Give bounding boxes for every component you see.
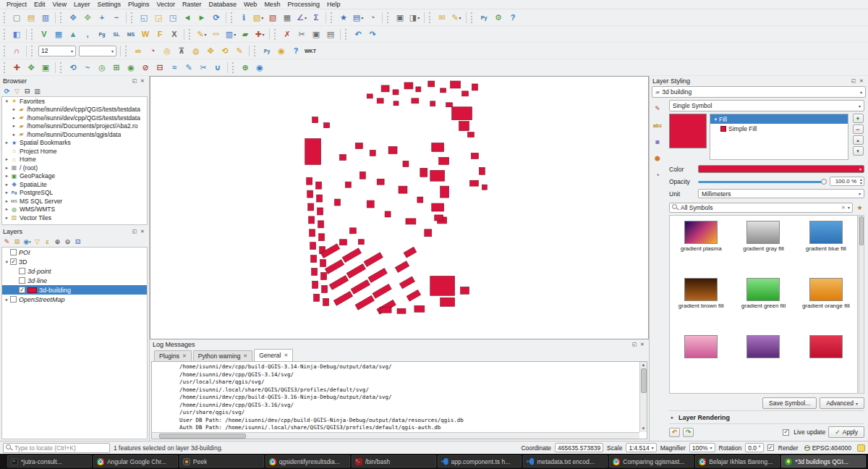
locate-input[interactable]: Type to locate (Ctrl+K) — [3, 443, 110, 453]
color-button[interactable]: ▾ — [698, 165, 864, 173]
expand-arrow-icon[interactable]: ▸ — [11, 123, 17, 129]
symbol-preset-gradient-gray-fill[interactable]: gradient gray fill — [732, 216, 794, 273]
move-up-button[interactable]: ▲ — [853, 135, 864, 145]
new-annotation-button[interactable]: ✎▾ — [450, 11, 463, 24]
symbols-scrollbar[interactable] — [859, 215, 864, 394]
symbology-tab[interactable]: ✎ — [652, 103, 664, 114]
open-attribute-table-button[interactable]: ▦ — [281, 11, 294, 24]
menu-project[interactable]: Project — [3, 1, 30, 8]
remove-layer-button[interactable]: ⊟ — [73, 237, 82, 246]
styling-layer-select[interactable]: ▰ 3d building ▾ — [652, 86, 866, 98]
log-vertical-scrollbar[interactable]: ▲ ▼ — [639, 362, 647, 432]
expand-arrow-icon[interactable]: ▸ — [669, 415, 676, 421]
select-features-button[interactable]: ▧▾ — [252, 11, 265, 24]
toggle-editing-button[interactable]: ✏ — [210, 28, 223, 41]
remove-symbol-layer-button[interactable]: − — [853, 124, 864, 134]
expand-arrow-icon[interactable]: ▾ — [712, 117, 719, 122]
close-tab-icon[interactable]: ✕ — [182, 353, 187, 359]
new-3d-map-view-button[interactable]: ◨▾ — [408, 11, 421, 24]
add-mesh-layer-button[interactable]: ▲ — [67, 28, 80, 41]
current-edits-button[interactable]: ✎▾ — [195, 28, 208, 41]
layer-checkbox[interactable] — [10, 249, 17, 255]
toolbar-drag-handle[interactable] — [254, 46, 258, 56]
scroll-up-icon[interactable]: ▲ — [642, 362, 646, 368]
layer-rendering-section[interactable]: ▸ Layer Rendering — [669, 410, 864, 423]
temporal-controller-button[interactable]: ◔ — [366, 11, 379, 24]
toolbar-drag-handle[interactable] — [232, 62, 236, 73]
open-layer-styling-panel-button[interactable]: ✎ — [2, 237, 12, 246]
scroll-down-icon[interactable]: ▼ — [642, 426, 646, 432]
collapse-all-button[interactable]: ⊟ — [22, 86, 32, 96]
expand-arrow-icon[interactable]: ▸ — [4, 182, 10, 187]
menu-processing[interactable]: Processing — [284, 1, 323, 8]
add-symbol-layer-button[interactable]: + — [853, 114, 864, 123]
menu-mesh[interactable]: Mesh — [260, 1, 284, 8]
crs-button[interactable]: EPSG:404000 — [802, 443, 854, 452]
symbol-type-select[interactable]: Single Symbol ▾ — [669, 100, 864, 111]
map-tips-button[interactable]: ✉ — [435, 11, 448, 24]
browser-item-home-isunni-documents-qgis-data[interactable]: ▸▰/home/isunni/Documents/qgis/data — [2, 130, 147, 139]
taskbar-item-comparing-qgismast[interactable]: Comparing qgismast... — [609, 455, 694, 468]
coordinate-input[interactable]: 465635.573839 — [555, 443, 603, 452]
highlight-pinned-labels-button[interactable]: ◎ — [161, 44, 174, 57]
taskbar-item-jutra-consult[interactable]: *jutra-consult... — [7, 455, 92, 468]
expand-arrow-icon[interactable]: ▸ — [4, 190, 10, 195]
manage-map-themes-button[interactable]: ◉▾ — [22, 237, 32, 246]
apply-button[interactable]: ✓ Apply — [828, 426, 864, 438]
toolbar-drag-handle[interactable] — [429, 12, 433, 23]
scroll-thumb[interactable] — [159, 434, 246, 439]
collapse-all-layers-button[interactable]: ⊖ — [63, 237, 72, 246]
merge-features-button[interactable]: ∪ — [211, 61, 224, 74]
symbol-node-fill[interactable]: ▾ Fill — [710, 114, 848, 124]
expand-arrow-icon[interactable]: ▸ — [4, 156, 10, 162]
new-bookmark-button[interactable]: ★ — [337, 11, 350, 24]
add-ring-button[interactable]: ◎ — [95, 61, 109, 74]
labels-tab[interactable]: abc — [652, 119, 664, 131]
refresh-browser-button[interactable]: ⟳ — [2, 86, 12, 96]
toolbar-drag-handle[interactable] — [231, 12, 234, 23]
wkt-tool-button[interactable]: WKT — [304, 44, 317, 57]
undock-icon[interactable]: ◱ — [631, 341, 638, 348]
label-font-size-combo[interactable]: 12▾ — [38, 46, 76, 56]
toolbar-drag-handle[interactable] — [331, 12, 334, 23]
toolbar-drag-handle[interactable] — [125, 46, 129, 56]
zoom-to-layer-button[interactable]: ◳ — [166, 11, 179, 24]
help-contents-button[interactable]: ? — [289, 44, 302, 57]
live-update-checkbox[interactable]: ✓ Live update — [783, 428, 825, 436]
taskbar-item-belajar-ikhlas-bareng[interactable]: Belajar Ikhlas Bareng... — [695, 455, 780, 468]
style-redo-button[interactable]: ↷ — [683, 428, 694, 437]
menu-settings[interactable]: Settings — [93, 1, 124, 8]
layer-checkbox[interactable]: ✓ — [19, 287, 25, 293]
spin-down-icon[interactable]: ▼ — [859, 182, 863, 185]
browser-item-spatial-bookmarks[interactable]: ▸★Spatial Bookmarks — [2, 139, 147, 148]
render-checkbox[interactable]: ✓ Render — [767, 444, 799, 452]
toolbar-drag-handle[interactable] — [189, 29, 192, 40]
python-console-plugin-button[interactable]: Py — [260, 44, 273, 57]
taskbar-item-metadata-txt-encod[interactable]: metadata.txt encod... — [523, 455, 608, 468]
add-raster-layer-button[interactable]: ▦ — [52, 28, 65, 41]
browser-item-wms-wmts[interactable]: ▸◍WMS/WMTS — [2, 206, 147, 214]
cut-features-button[interactable]: ✂ — [295, 28, 308, 41]
add-spatialite-layer-button[interactable]: SL — [110, 28, 123, 41]
toolbar-drag-handle[interactable] — [60, 12, 64, 23]
processing-toolbox-button[interactable]: ⚙ — [492, 11, 505, 24]
taskbar-item-peek[interactable]: Peek — [179, 455, 264, 468]
layer-checkbox[interactable] — [19, 268, 25, 274]
expand-arrow-icon[interactable]: ▸ — [11, 106, 17, 112]
move-feature-button[interactable]: ✥ — [25, 61, 38, 74]
layer-checkbox[interactable] — [10, 296, 17, 303]
properties-widget-button[interactable]: ▥ — [33, 86, 42, 96]
menu-layer[interactable]: Layer — [70, 1, 94, 8]
close-tab-icon[interactable]: ✕ — [284, 352, 288, 358]
history-tab[interactable]: ◔ — [652, 169, 664, 181]
close-icon[interactable]: ✕ — [858, 77, 865, 85]
map-canvas[interactable] — [150, 76, 649, 339]
add-vector-layer-button[interactable]: V — [38, 28, 51, 41]
close-icon[interactable]: ✕ — [139, 77, 146, 85]
messages-icon[interactable] — [857, 444, 865, 452]
symbol-preset-gradient-brown-fill[interactable]: gradient brown fill — [670, 273, 732, 330]
symbol-preset-gradient-orange-fill[interactable]: gradient orange fill — [795, 273, 857, 330]
add-mssql-layer-button[interactable]: MS — [124, 28, 137, 41]
expand-arrow-icon[interactable]: ▸ — [4, 165, 10, 171]
close-icon[interactable]: ✕ — [139, 228, 146, 235]
